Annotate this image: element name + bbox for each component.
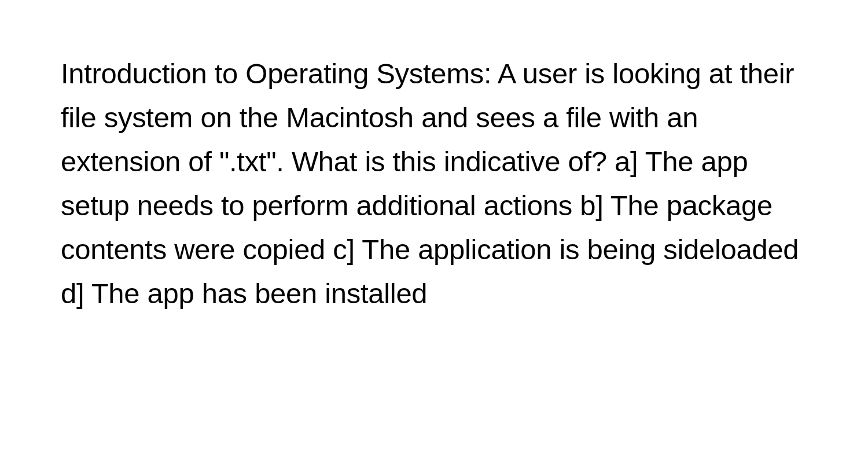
question-prompt: Introduction to Operating Systems: A use… <box>61 52 807 316</box>
